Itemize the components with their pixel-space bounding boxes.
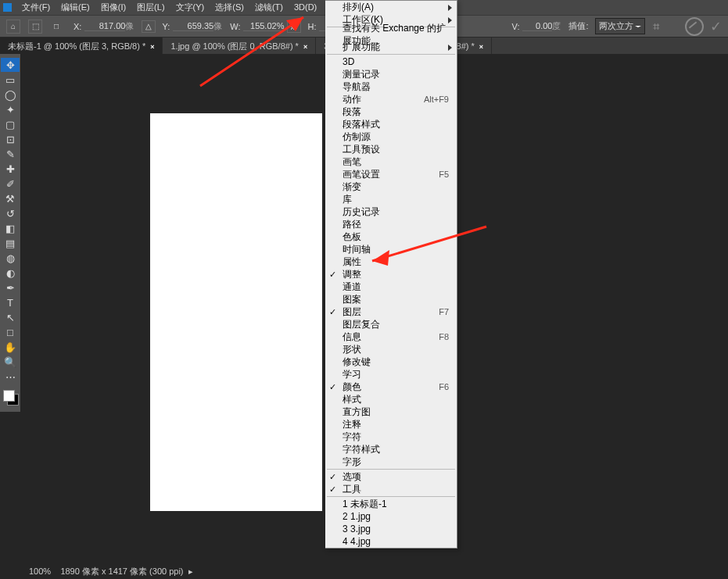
y-value[interactable]: 659.35 bbox=[173, 21, 213, 31]
lasso-icon[interactable]: ◯ bbox=[1, 88, 20, 102]
color-swatches[interactable] bbox=[2, 388, 19, 407]
eraser-icon[interactable]: ◧ bbox=[1, 221, 20, 235]
interp-dropdown[interactable]: 两次立方 bbox=[595, 18, 645, 34]
type-icon[interactable]: T bbox=[1, 295, 20, 309]
menu-滤镜(T)[interactable]: 滤镜(T) bbox=[249, 0, 289, 15]
dodge-icon[interactable]: ◐ bbox=[1, 266, 20, 280]
move-icon[interactable]: ✥ bbox=[1, 58, 20, 72]
zoom-icon[interactable]: 🔍 bbox=[1, 355, 20, 369]
rectangle-icon[interactable]: □ bbox=[1, 325, 20, 339]
menu-item[interactable]: 导航器 bbox=[325, 80, 457, 93]
home-icon[interactable]: ⌂ bbox=[6, 20, 20, 34]
menu-item[interactable]: 画笔 bbox=[325, 155, 457, 168]
more-icon[interactable]: ⋯ bbox=[1, 370, 20, 384]
menu-3D(D)[interactable]: 3D(D) bbox=[289, 0, 322, 15]
menu-item[interactable]: 库 bbox=[325, 193, 457, 206]
menu-item[interactable]: 历史记录 bbox=[325, 206, 457, 218]
eyedropper-icon[interactable]: ✎ bbox=[1, 147, 20, 161]
close-icon[interactable]: × bbox=[303, 43, 307, 51]
menu-item[interactable]: 测量记录 bbox=[325, 68, 457, 80]
commit-icon[interactable]: ✓ bbox=[710, 18, 722, 35]
menu-item[interactable]: 图层复合 bbox=[325, 318, 457, 331]
blur-icon[interactable]: ◍ bbox=[1, 251, 20, 265]
menu-item[interactable]: 学习 bbox=[325, 368, 457, 381]
history-brush-icon[interactable]: ↺ bbox=[1, 206, 20, 220]
menu-文件(F)[interactable]: 文件(F) bbox=[16, 0, 56, 15]
healing-icon[interactable]: ✚ bbox=[1, 162, 20, 176]
menu-item-label: 通道 bbox=[342, 281, 361, 293]
menu-item[interactable]: 3 3.jpg bbox=[325, 523, 457, 535]
close-icon[interactable]: × bbox=[479, 43, 483, 51]
frame-icon[interactable]: ⊡ bbox=[1, 132, 20, 146]
menu-选择(S)[interactable]: 选择(S) bbox=[210, 0, 249, 15]
menu-item[interactable]: 字形 bbox=[325, 456, 457, 468]
status-arrow-icon[interactable]: ▸ bbox=[188, 566, 193, 576]
menu-item[interactable]: 工具预设 bbox=[325, 143, 457, 155]
menu-item[interactable]: 选项 bbox=[325, 470, 457, 483]
menu-item-label: 字形 bbox=[342, 456, 361, 468]
menu-item[interactable]: 修改键 bbox=[325, 356, 457, 368]
menu-item[interactable]: 时间轴 bbox=[325, 243, 457, 256]
path-icon[interactable]: ↖ bbox=[1, 310, 20, 324]
menu-item[interactable]: 注释 bbox=[325, 418, 457, 431]
marquee-icon[interactable]: ▭ bbox=[1, 73, 20, 87]
menu-item[interactable]: 段落样式 bbox=[325, 118, 457, 130]
menu-item[interactable]: 扩展功能 bbox=[325, 41, 457, 53]
close-icon[interactable]: × bbox=[150, 43, 154, 51]
menu-item[interactable]: 通道 bbox=[325, 281, 457, 293]
menu-item[interactable]: 属性 bbox=[325, 256, 457, 268]
document-tab[interactable]: 1.jpg @ 100% (图层 0, RGB/8#) *× bbox=[163, 38, 316, 55]
gradient-icon[interactable]: ▤ bbox=[1, 236, 20, 250]
menu-item[interactable]: 调整 bbox=[325, 268, 457, 281]
w-value[interactable]: 155.02% bbox=[243, 21, 284, 31]
menu-图层(L)[interactable]: 图层(L) bbox=[131, 0, 170, 15]
crop-icon[interactable]: ▢ bbox=[1, 117, 20, 131]
triangle-icon[interactable]: △ bbox=[142, 20, 156, 33]
menu-item[interactable]: 查找有关 Exchange 的扩展功能... bbox=[325, 28, 457, 41]
menu-item[interactable]: 路径 bbox=[325, 218, 457, 231]
x-value[interactable]: 817.00 bbox=[84, 21, 125, 31]
menu-item[interactable]: 图层F7 bbox=[325, 306, 457, 318]
menu-item-label: 2 1.jpg bbox=[342, 510, 371, 523]
menu-item[interactable]: 动作Alt+F9 bbox=[325, 93, 457, 105]
anchor-widget-icon[interactable]: □ bbox=[50, 20, 63, 33]
menu-item[interactable]: 字符样式 bbox=[325, 443, 457, 456]
menu-item[interactable]: 仿制源 bbox=[325, 130, 457, 143]
menu-item[interactable]: 工具 bbox=[325, 483, 457, 495]
menu-item[interactable]: 直方图 bbox=[325, 406, 457, 418]
menu-separator bbox=[327, 496, 455, 497]
status-bar: 100% 1890 像素 x 1417 像素 (300 ppi) ▸ bbox=[21, 564, 193, 579]
cancel-icon[interactable] bbox=[685, 17, 704, 36]
options-ref-icon[interactable]: ⬚ bbox=[28, 20, 42, 34]
menu-文字(Y)[interactable]: 文字(Y) bbox=[170, 0, 210, 15]
menu-item[interactable]: 样式 bbox=[325, 393, 457, 406]
document-tab[interactable]: 未标题-1 @ 100% (图层 3, RGB/8) *× bbox=[0, 38, 163, 55]
menu-item[interactable]: 排列(A) bbox=[325, 1, 457, 13]
menu-item[interactable]: 4 4.jpg bbox=[325, 535, 457, 548]
menu-item[interactable]: 3D bbox=[325, 55, 457, 68]
menu-item[interactable]: 色板 bbox=[325, 231, 457, 243]
pen-icon[interactable]: ✒ bbox=[1, 281, 20, 295]
menu-item[interactable]: 信息F8 bbox=[325, 331, 457, 343]
app-icon bbox=[3, 3, 12, 12]
menu-item[interactable]: 渐变 bbox=[325, 180, 457, 193]
brush-icon[interactable]: ✐ bbox=[1, 177, 20, 191]
menu-图像(I)[interactable]: 图像(I) bbox=[95, 0, 131, 15]
status-zoom[interactable]: 100% bbox=[29, 566, 51, 576]
menu-item[interactable]: 段落 bbox=[325, 105, 457, 118]
menu-item[interactable]: 形状 bbox=[325, 343, 457, 356]
menu-item[interactable]: 画笔设置F5 bbox=[325, 168, 457, 180]
menu-编辑(E)[interactable]: 编辑(E) bbox=[56, 0, 95, 15]
magic-wand-icon[interactable]: ✦ bbox=[1, 102, 20, 116]
menu-item[interactable]: 1 未标题-1 bbox=[325, 498, 457, 510]
menu-item[interactable]: 图案 bbox=[325, 293, 457, 306]
menu-item[interactable]: 2 1.jpg bbox=[325, 510, 457, 523]
warp-icon[interactable]: ⌗ bbox=[653, 20, 667, 34]
hand-icon[interactable]: ✋ bbox=[1, 340, 20, 354]
menu-item[interactable]: 字符 bbox=[325, 431, 457, 443]
canvas[interactable] bbox=[150, 113, 322, 511]
stamp-icon[interactable]: ⚒ bbox=[1, 191, 20, 206]
menu-item[interactable]: 颜色F6 bbox=[325, 381, 457, 393]
link-wh-icon[interactable]: ⛓ bbox=[287, 20, 301, 33]
v-value[interactable]: 0.00 bbox=[522, 21, 552, 31]
